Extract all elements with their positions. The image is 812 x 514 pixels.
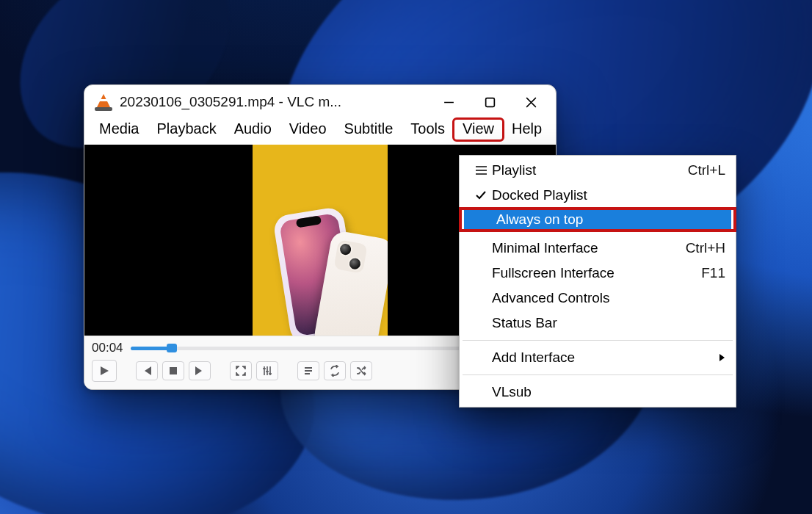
stop-button[interactable] — [162, 361, 184, 380]
menu-label: Video — [289, 120, 327, 137]
menu-item-label: Fullscreen Interface — [492, 265, 692, 281]
seek-fill — [131, 347, 173, 350]
menu-subtitle[interactable]: Subtitle — [336, 119, 402, 140]
menu-label: Help — [512, 120, 542, 137]
menu-label: Playback — [156, 120, 216, 137]
menu-label: Subtitle — [344, 120, 394, 137]
menu-item-accel: F11 — [701, 265, 725, 281]
list-icon — [470, 165, 492, 175]
menu-playback[interactable]: Playback — [148, 119, 225, 140]
seek-knob[interactable] — [167, 344, 177, 352]
close-button[interactable] — [510, 88, 551, 116]
menu-tools[interactable]: Tools — [402, 119, 454, 140]
menu-item-label: Minimal Interface — [492, 240, 677, 256]
loop-button[interactable] — [324, 361, 346, 380]
menu-item-label: Docked Playlist — [492, 187, 725, 203]
menu-view[interactable]: View — [454, 119, 503, 140]
menu-item-always-on-top[interactable]: Always on top — [464, 208, 731, 231]
window-title: 20230106_0305291.mp4 - VLC m... — [120, 94, 341, 110]
menu-label: View — [463, 120, 494, 137]
menu-item-label: Playlist — [492, 162, 679, 178]
menu-video[interactable]: Video — [280, 119, 336, 140]
menu-item-accel: Ctrl+H — [686, 240, 725, 256]
svg-rect-1 — [170, 367, 177, 374]
menu-item-advanced-controls[interactable]: Advanced Controls — [460, 286, 736, 311]
menu-item-label: Add Interface — [492, 350, 711, 366]
maximize-button[interactable] — [469, 88, 510, 116]
menu-label: Media — [99, 120, 139, 137]
menu-item-add-interface[interactable]: Add Interface — [460, 345, 736, 370]
vlc-cone-icon — [95, 93, 112, 111]
menu-item-label: Status Bar — [492, 315, 725, 331]
extended-settings-button[interactable] — [256, 361, 278, 380]
check-icon — [470, 190, 492, 200]
menu-item-docked-playlist[interactable]: Docked Playlist — [460, 183, 736, 208]
next-button[interactable] — [189, 361, 211, 380]
menu-item-label: VLsub — [492, 384, 725, 400]
menu-item-label: Always on top — [496, 211, 722, 228]
menu-item-minimal-interface[interactable]: Minimal Interface Ctrl+H — [460, 236, 736, 261]
minimize-button[interactable] — [428, 88, 469, 116]
menu-item-fullscreen-interface[interactable]: Fullscreen Interface F11 — [460, 261, 736, 286]
highlight-annotation: Always on top — [460, 208, 736, 231]
menu-label: Tools — [410, 120, 445, 137]
menu-item-vlsub[interactable]: VLsub — [460, 380, 736, 405]
elapsed-time: 00:04 — [92, 341, 123, 355]
menu-help[interactable]: Help — [503, 119, 551, 140]
play-button[interactable] — [92, 360, 117, 382]
titlebar[interactable]: 20230106_0305291.mp4 - VLC m... — [84, 85, 556, 119]
menu-item-label: Advanced Controls — [492, 290, 725, 306]
menu-separator — [463, 340, 733, 341]
previous-button[interactable] — [136, 361, 158, 380]
fullscreen-button[interactable] — [230, 361, 252, 380]
menubar: Media Playback Audio Video Subtitle Tool… — [84, 119, 556, 145]
submenu-arrow-icon — [719, 350, 725, 366]
svg-rect-0 — [485, 98, 494, 106]
shuffle-button[interactable] — [350, 361, 372, 380]
menu-item-status-bar[interactable]: Status Bar — [460, 311, 736, 336]
menu-item-playlist[interactable]: Playlist Ctrl+L — [460, 158, 736, 183]
view-dropdown: Playlist Ctrl+L Docked Playlist Always o… — [459, 155, 736, 408]
menu-separator — [463, 374, 733, 375]
menu-label: Audio — [234, 120, 272, 137]
playlist-button[interactable] — [297, 361, 319, 380]
menu-audio[interactable]: Audio — [225, 119, 280, 140]
video-frame — [253, 145, 388, 336]
menu-media[interactable]: Media — [90, 119, 148, 140]
menu-item-accel: Ctrl+L — [688, 162, 725, 178]
